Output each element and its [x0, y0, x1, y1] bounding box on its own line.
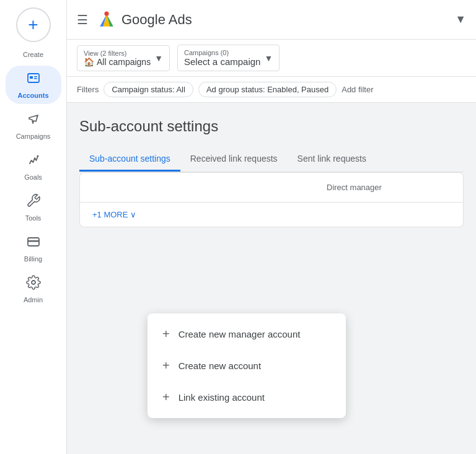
view-dropdown-arrow: ▼ [154, 53, 163, 63]
ad-group-status-filter[interactable]: Ad group status: Enabled, Paused [198, 82, 337, 97]
more-link-arrow: ∨ [130, 210, 136, 219]
filters-bar: Filters Campaign status: All Ad group st… [67, 77, 476, 103]
tab-sent-link-requests[interactable]: Sent link requests [288, 147, 376, 172]
view-selector[interactable]: View (2 filters) 🏠 All campaigns ▼ [77, 45, 170, 71]
dropdown-menu: + Create new manager account + Create ne… [148, 313, 346, 418]
home-icon: 🏠 [84, 57, 94, 67]
toolbar: View (2 filters) 🏠 All campaigns ▼ Campa… [67, 40, 476, 77]
direct-manager-header: Direct manager [327, 183, 451, 192]
svg-point-7 [32, 281, 35, 284]
tab-received-link-requests[interactable]: Received link requests [180, 147, 288, 172]
sidebar-item-campaigns[interactable]: Campaigns [6, 107, 61, 145]
filters-label: Filters [77, 85, 99, 94]
sidebar-admin-label: Admin [24, 296, 43, 303]
sidebar-billing-label: Billing [24, 255, 42, 263]
tabs: Sub-account settings Received link reque… [79, 147, 464, 172]
svg-point-4 [37, 155, 38, 157]
logo-icon [95, 9, 118, 31]
content-area: Direct manager +1 MORE ∨ [79, 172, 464, 227]
view-label: View (2 filters) [84, 50, 151, 57]
sidebar-item-goals[interactable]: Goals [6, 147, 61, 186]
svg-rect-2 [34, 76, 37, 77]
goals-icon [26, 152, 41, 171]
sidebar-item-billing[interactable]: Billing [6, 229, 61, 268]
campaign-value: Select a campaign [184, 56, 260, 67]
campaign-status-filter[interactable]: Campaign status: All [104, 82, 193, 97]
page-content: Sub-account settings Sub-account setting… [67, 103, 476, 454]
accounts-icon [26, 71, 41, 89]
svg-point-9 [104, 11, 108, 15]
create-label: Create [23, 51, 43, 58]
app-name: Google Ads [121, 12, 192, 28]
sidebar: + Create Accounts Campaigns [0, 0, 67, 454]
sidebar-accounts-label: Accounts [17, 92, 48, 99]
create-button[interactable]: + [16, 7, 51, 42]
header-dropdown-icon[interactable]: ▼ [455, 13, 466, 26]
svg-rect-0 [28, 74, 39, 82]
campaign-dropdown-arrow: ▼ [264, 53, 273, 63]
sidebar-goals-label: Goals [24, 173, 42, 181]
create-account-label: Create new account [178, 360, 261, 371]
header: ☰ Google Ads ▼ [67, 0, 476, 40]
campaigns-icon [26, 111, 41, 130]
svg-rect-1 [30, 76, 33, 79]
plus-icon: + [28, 16, 38, 33]
more-link[interactable]: +1 MORE ∨ [80, 203, 463, 227]
content-header: Direct manager [80, 173, 463, 203]
add-filter-button[interactable]: Add filter [342, 85, 373, 94]
create-account-plus-icon: + [162, 359, 170, 373]
create-manager-label: Create new manager account [178, 329, 301, 339]
svg-rect-6 [28, 240, 39, 242]
sidebar-item-tools[interactable]: Tools [6, 188, 61, 227]
sidebar-campaigns-label: Campaigns [16, 133, 51, 140]
menu-icon[interactable]: ☰ [77, 12, 88, 27]
create-manager-plus-icon: + [162, 327, 170, 341]
more-link-text: +1 MORE [92, 210, 128, 219]
create-manager-item[interactable]: + Create new manager account [148, 318, 346, 350]
main-content: ☰ Google Ads ▼ View (2 filters) [67, 0, 476, 454]
svg-rect-3 [34, 78, 37, 79]
link-existing-label: Link existing account [178, 392, 265, 403]
link-existing-item[interactable]: + Link existing account [148, 382, 346, 413]
view-value: 🏠 All campaigns [84, 57, 151, 67]
link-existing-plus-icon: + [162, 390, 170, 404]
page-title: Sub-account settings [79, 118, 464, 135]
create-account-item[interactable]: + Create new account [148, 350, 346, 382]
tab-sub-account-settings[interactable]: Sub-account settings [79, 147, 180, 172]
sidebar-item-accounts[interactable]: Accounts [6, 66, 61, 104]
campaign-selector[interactable]: Campaigns (0) Select a campaign ▼ [177, 45, 280, 71]
tools-icon [26, 193, 41, 212]
sidebar-item-admin[interactable]: Admin [6, 270, 61, 308]
logo: Google Ads [95, 9, 192, 31]
billing-icon [26, 234, 41, 253]
campaign-label: Campaigns (0) [184, 49, 260, 56]
admin-icon [26, 275, 41, 294]
sidebar-tools-label: Tools [25, 214, 42, 222]
